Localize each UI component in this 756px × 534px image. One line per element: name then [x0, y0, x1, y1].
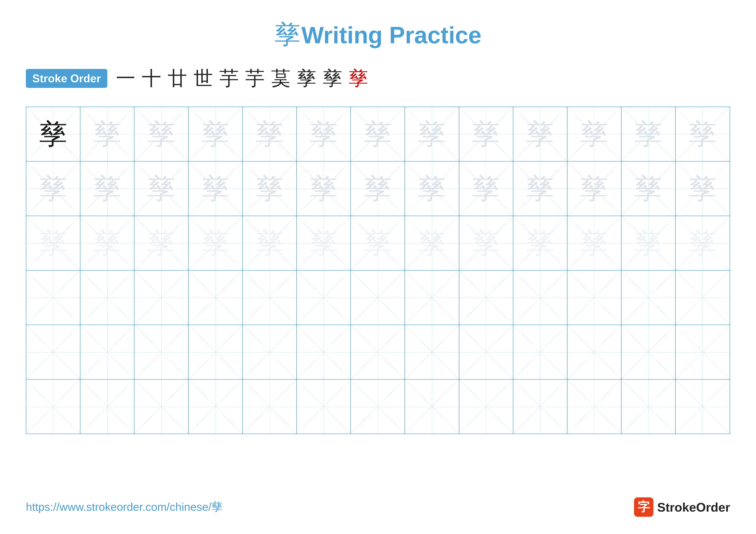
practice-char-0-8: 孳 — [472, 120, 500, 148]
practice-char-0-5: 孳 — [310, 120, 338, 148]
grid-cell-2-3: 孳 — [189, 216, 243, 270]
practice-char-1-4: 孳 — [256, 175, 284, 203]
practice-char-2-2: 孳 — [148, 229, 176, 257]
grid-cell-0-12: 孳 — [676, 107, 730, 161]
title-english: Writing Practice — [302, 22, 481, 48]
cell-guide-5-10 — [567, 380, 621, 434]
grid-row-3 — [26, 270, 730, 325]
grid-cell-2-9: 孳 — [513, 216, 567, 270]
grid-cell-5-1 — [80, 380, 134, 434]
cell-guide-4-0 — [26, 325, 80, 379]
grid-cell-1-8: 孳 — [459, 162, 513, 216]
practice-grid: 孳孳孳孳孳孳孳孳孳孳孳孳孳孳孳孳孳孳孳孳孳孳孳孳孳孳孳孳孳孳孳孳孳孳孳孳孳孳孳 — [26, 107, 730, 434]
cell-guide-4-1 — [80, 325, 134, 379]
stroke-order-row: Stroke Order 一十廿世芋芋茣孳孳孳 — [26, 65, 730, 91]
grid-cell-2-4: 孳 — [243, 216, 297, 270]
grid-cell-3-8 — [459, 270, 513, 325]
grid-cell-2-5: 孳 — [297, 216, 351, 270]
grid-cell-0-6: 孳 — [351, 107, 405, 161]
grid-cell-4-8 — [459, 325, 513, 379]
grid-cell-1-0: 孳 — [26, 162, 80, 216]
cell-guide-5-7 — [405, 380, 459, 434]
grid-cell-5-3 — [189, 380, 243, 434]
grid-row-0: 孳孳孳孳孳孳孳孳孳孳孳孳孳 — [26, 107, 730, 162]
footer: https://www.strokeorder.com/chinese/孳 字 … — [26, 497, 730, 517]
grid-cell-3-6 — [351, 270, 405, 325]
stroke-step-5: 芋 — [245, 65, 265, 91]
grid-cell-2-2: 孳 — [134, 216, 189, 270]
cell-guide-4-5 — [297, 325, 350, 379]
grid-cell-2-0: 孳 — [26, 216, 80, 270]
stroke-step-3: 世 — [194, 65, 213, 91]
grid-cell-5-9 — [513, 380, 567, 434]
stroke-step-1: 十 — [142, 65, 161, 91]
logo-text: StrokeOrder — [657, 500, 730, 514]
grid-cell-3-11 — [622, 270, 676, 325]
grid-cell-4-10 — [567, 325, 622, 379]
practice-char-1-10: 孳 — [580, 175, 608, 203]
grid-cell-4-11 — [622, 325, 676, 379]
cell-guide-5-12 — [676, 380, 730, 434]
grid-cell-5-4 — [243, 380, 297, 434]
grid-cell-4-12 — [676, 325, 730, 379]
grid-cell-1-10: 孳 — [567, 162, 622, 216]
practice-char-2-4: 孳 — [256, 229, 284, 257]
practice-char-2-12: 孳 — [688, 229, 716, 257]
cell-guide-3-0 — [26, 270, 80, 325]
grid-cell-3-5 — [297, 270, 351, 325]
practice-char-1-7: 孳 — [418, 175, 446, 203]
grid-cell-2-8: 孳 — [459, 216, 513, 270]
cell-guide-3-11 — [622, 270, 675, 325]
grid-cell-4-7 — [405, 325, 459, 379]
practice-char-2-7: 孳 — [418, 229, 446, 257]
practice-char-0-9: 孳 — [526, 120, 554, 148]
cell-guide-5-8 — [459, 380, 513, 434]
grid-cell-3-4 — [243, 270, 297, 325]
footer-url: https://www.strokeorder.com/chinese/孳 — [26, 499, 223, 515]
practice-char-0-0: 孳 — [39, 120, 67, 148]
grid-cell-0-9: 孳 — [513, 107, 567, 161]
grid-cell-1-6: 孳 — [351, 162, 405, 216]
practice-char-0-6: 孳 — [364, 120, 392, 148]
grid-cell-5-10 — [567, 380, 622, 434]
practice-char-1-8: 孳 — [472, 175, 500, 203]
grid-cell-0-4: 孳 — [243, 107, 297, 161]
grid-cell-2-1: 孳 — [80, 216, 134, 270]
cell-guide-3-6 — [351, 270, 405, 325]
grid-cell-2-11: 孳 — [622, 216, 676, 270]
practice-char-2-10: 孳 — [580, 229, 608, 257]
grid-cell-5-6 — [351, 380, 405, 434]
practice-char-2-3: 孳 — [202, 229, 230, 257]
cell-guide-4-2 — [134, 325, 188, 379]
grid-cell-1-9: 孳 — [513, 162, 567, 216]
stroke-step-6: 茣 — [271, 65, 290, 91]
grid-cell-2-10: 孳 — [567, 216, 622, 270]
grid-cell-0-1: 孳 — [80, 107, 134, 161]
cell-guide-5-2 — [134, 380, 188, 434]
practice-char-2-1: 孳 — [93, 229, 121, 257]
grid-row-2: 孳孳孳孳孳孳孳孳孳孳孳孳孳 — [26, 216, 730, 270]
cell-guide-3-4 — [243, 270, 296, 325]
grid-cell-0-2: 孳 — [134, 107, 189, 161]
grid-cell-3-1 — [80, 270, 134, 325]
practice-char-0-12: 孳 — [688, 120, 716, 148]
stroke-step-0: 一 — [116, 65, 135, 91]
cell-guide-4-8 — [459, 325, 513, 379]
title-chinese: 孳 — [275, 20, 300, 49]
grid-row-5 — [26, 380, 730, 434]
stroke-step-7: 孳 — [297, 65, 316, 91]
practice-char-2-8: 孳 — [472, 229, 500, 257]
cell-guide-3-12 — [676, 270, 730, 325]
grid-cell-1-4: 孳 — [243, 162, 297, 216]
grid-cell-0-7: 孳 — [405, 107, 459, 161]
practice-char-1-9: 孳 — [526, 175, 554, 203]
practice-char-1-3: 孳 — [202, 175, 230, 203]
cell-guide-5-4 — [243, 380, 296, 434]
practice-char-2-5: 孳 — [310, 229, 338, 257]
stroke-step-9: 孳 — [349, 65, 368, 91]
logo-char: 字 — [638, 499, 650, 515]
practice-char-0-1: 孳 — [93, 120, 121, 148]
stroke-step-2: 廿 — [168, 65, 187, 91]
practice-char-0-2: 孳 — [148, 120, 176, 148]
grid-cell-5-5 — [297, 380, 351, 434]
